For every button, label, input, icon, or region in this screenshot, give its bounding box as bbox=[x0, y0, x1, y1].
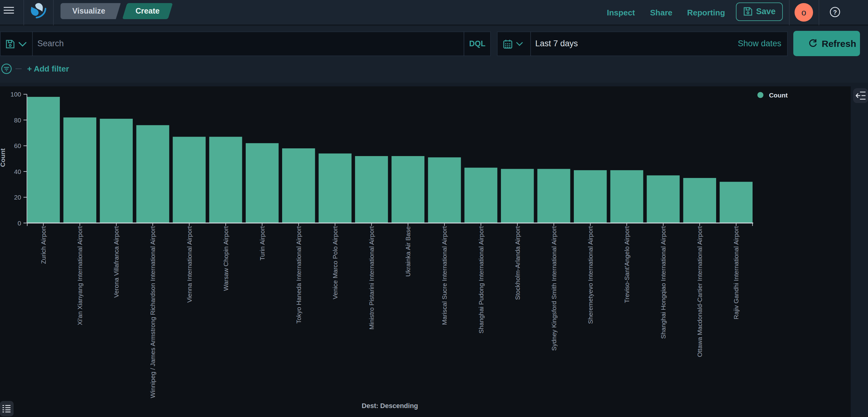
svg-text:Shanghai Pudong International: Shanghai Pudong International Airport bbox=[477, 226, 485, 334]
svg-text:Ottawa Macdonald-Cartier Inter: Ottawa Macdonald-Cartier International A… bbox=[696, 226, 703, 357]
svg-text:Count: Count bbox=[0, 148, 6, 167]
svg-text:40: 40 bbox=[14, 168, 21, 175]
svg-text:Treviso-Sant'Angelo Airport: Treviso-Sant'Angelo Airport bbox=[623, 226, 630, 303]
svg-text:Venice Marco Polo Airport: Venice Marco Polo Airport bbox=[332, 226, 339, 299]
svg-text:Tokyo Haneda International Air: Tokyo Haneda International Airport bbox=[295, 226, 302, 323]
svg-text:Zurich Airport: Zurich Airport bbox=[40, 226, 47, 264]
svg-text:60: 60 bbox=[14, 142, 21, 149]
svg-text:Stockholm-Arlanda Airport: Stockholm-Arlanda Airport bbox=[514, 226, 521, 300]
svg-text:Rajiv Gandhi International Air: Rajiv Gandhi International Airport bbox=[733, 226, 740, 319]
svg-text:Winnipeg / James Armstrong Ric: Winnipeg / James Armstrong Richardson In… bbox=[149, 226, 156, 398]
svg-text:20: 20 bbox=[14, 194, 21, 201]
svg-text:Mariscal Sucre International A: Mariscal Sucre International Airport bbox=[441, 226, 448, 325]
svg-text:?: ? bbox=[833, 9, 837, 16]
svg-text:100: 100 bbox=[10, 91, 21, 98]
svg-text:Verona Villafranca Airport: Verona Villafranca Airport bbox=[113, 226, 120, 298]
svg-text:Count: Count bbox=[769, 92, 788, 99]
svg-text:80: 80 bbox=[14, 116, 21, 124]
svg-text:0: 0 bbox=[18, 219, 21, 227]
svg-text:Ukrainka Air Base: Ukrainka Air Base bbox=[404, 226, 411, 277]
svg-text:Sheremetyevo International Air: Sheremetyevo International Airport bbox=[587, 226, 594, 324]
svg-text:Warsaw Chopin Airport: Warsaw Chopin Airport bbox=[222, 226, 229, 291]
svg-text:Shanghai Hongqiao Internationa: Shanghai Hongqiao International Airport bbox=[660, 226, 667, 339]
svg-text:Sydney Kingsford Smith Interna: Sydney Kingsford Smith International Air… bbox=[550, 226, 557, 351]
svg-text:Turin Airport: Turin Airport bbox=[259, 226, 266, 260]
svg-text:Xi'an Xianyang International A: Xi'an Xianyang International Airport bbox=[76, 226, 83, 325]
svg-text:Vienna International Airport: Vienna International Airport bbox=[186, 226, 193, 303]
svg-text:Ministro Pistarini Internation: Ministro Pistarini International Airport bbox=[368, 226, 375, 330]
svg-text:Dest: Descending: Dest: Descending bbox=[362, 402, 418, 410]
